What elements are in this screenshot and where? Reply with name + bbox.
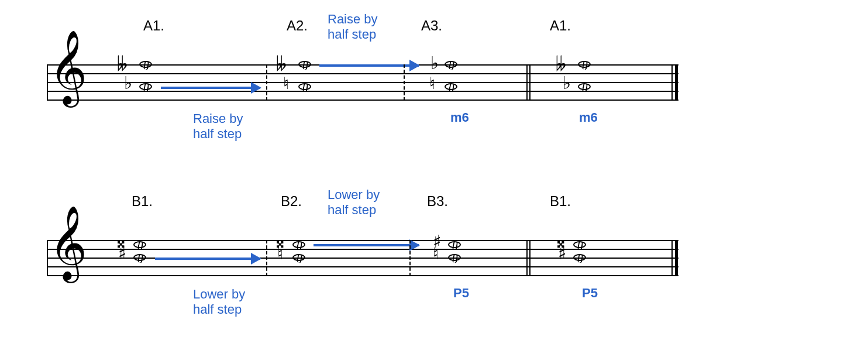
measure-label-b3: B3. [427, 193, 448, 210]
whole-note [139, 61, 152, 68]
barline-dashed [266, 64, 268, 101]
flat-icon: ♭ [124, 74, 132, 92]
arrow-icon [314, 244, 419, 246]
measure-label-b1: B1. [132, 193, 153, 210]
arrow-icon [161, 87, 260, 89]
interval-b3: P5 [453, 286, 469, 301]
barline-dashed [409, 240, 412, 276]
whole-note [133, 241, 146, 248]
natural-icon: ♮ [277, 246, 283, 262]
sharp-icon: ♯ [118, 245, 127, 262]
barline-dashed [404, 64, 406, 101]
double-barline [526, 240, 528, 276]
barline [47, 240, 48, 276]
natural-icon: ♮ [429, 75, 435, 92]
final-barline [671, 240, 673, 276]
flat-icon: ♭ [430, 54, 439, 72]
whole-note [573, 254, 586, 261]
final-barline [671, 64, 673, 101]
whole-note [298, 83, 311, 90]
whole-note [139, 83, 152, 90]
arrow-icon [155, 258, 260, 260]
double-flat-icon: 𝄫 [556, 55, 566, 73]
whole-note [448, 254, 461, 261]
interval-a4: m6 [579, 110, 598, 125]
double-flat-icon: 𝄫 [117, 55, 128, 73]
natural-icon: ♮ [283, 75, 289, 92]
natural-icon: ♮ [433, 246, 439, 262]
whole-note [578, 83, 591, 90]
interval-b4: P5 [582, 286, 598, 301]
treble-clef-icon: 𝄞 [49, 211, 87, 275]
flat-icon: ♭ [563, 74, 571, 92]
whole-note [573, 241, 586, 248]
whole-note [292, 254, 305, 261]
whole-note [133, 254, 146, 261]
lower-label-bottom: Lower by half step [193, 287, 245, 317]
lower-label-top: Lower by half step [328, 187, 380, 218]
whole-note [292, 241, 305, 248]
whole-note [578, 61, 591, 68]
whole-note [445, 83, 457, 90]
measure-label-a2: A2. [287, 18, 308, 34]
raise-label-bottom: Raise by half step [193, 111, 243, 142]
measure-label-a3: A3. [421, 18, 442, 34]
row-b: B1. B2. B3. B1. Lower by half step Lower… [23, 187, 845, 339]
double-barline [526, 64, 528, 101]
final-barline [675, 240, 678, 276]
staff-a: 𝄞 𝄫 ♭ 𝄫 ♮ ♭ ♮ 𝄫 ♭ [47, 64, 678, 99]
interval-a3: m6 [450, 110, 469, 125]
final-barline [675, 64, 678, 101]
measure-label-b1b: B1. [550, 193, 571, 210]
measure-label-b2: B2. [281, 193, 302, 210]
barline [47, 64, 48, 101]
whole-note [448, 241, 461, 248]
double-flat-icon: 𝄫 [276, 55, 287, 73]
whole-note [298, 61, 311, 68]
raise-label-top: Raise by half step [328, 12, 378, 42]
barline-dashed [266, 240, 268, 276]
whole-note [445, 61, 457, 68]
staff-b: 𝄞 𝄪 ♯ 𝄪 ♮ ♯ ♮ 𝄪 ♯ [47, 240, 678, 275]
treble-clef-icon: 𝄞 [49, 35, 87, 99]
measure-label-a1b: A1. [550, 18, 571, 34]
sharp-icon: ♯ [558, 245, 567, 262]
row-a: A1. A2. A3. A1. Raise by half step Raise… [23, 12, 845, 164]
measure-label-a1: A1. [143, 18, 164, 34]
